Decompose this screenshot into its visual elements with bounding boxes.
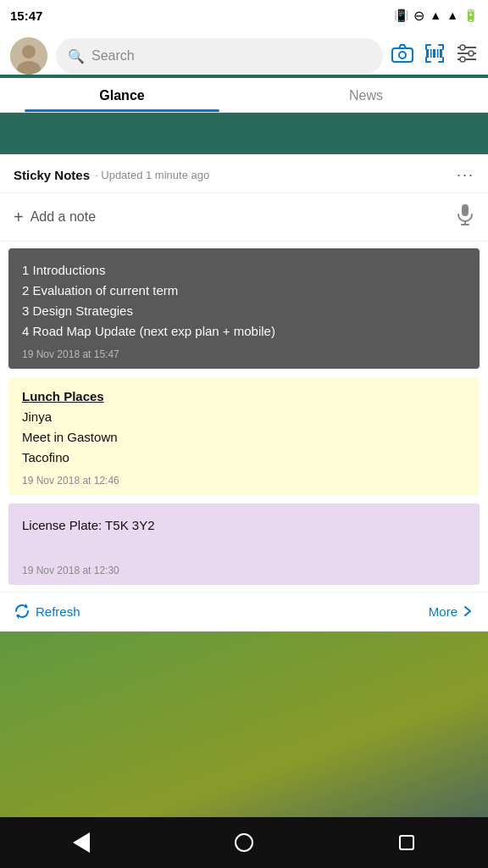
more-button[interactable]: More	[429, 604, 474, 619]
note-yellow-title: Lunch Places	[22, 389, 466, 403]
avatar[interactable]	[10, 37, 47, 75]
add-note-left: + Add a note	[14, 208, 96, 227]
search-placeholder: Search	[92, 48, 135, 64]
header-icons	[391, 42, 478, 70]
signal-icon: ▲	[446, 8, 458, 22]
refresh-icon	[14, 603, 30, 620]
vibrate-icon: 📳	[394, 8, 408, 22]
camera-icon[interactable]	[391, 44, 413, 68]
home-circle-icon	[235, 833, 253, 852]
svg-point-13	[460, 45, 465, 50]
sticky-notes-title: Sticky Notes	[14, 168, 90, 182]
status-bar: 15:47 📳 ⊖ ▲ ▲ 🔋	[0, 0, 488, 31]
barcode-scan-icon[interactable]	[424, 42, 446, 70]
note-dark-timestamp: 19 Nov 2018 at 15:47	[22, 348, 466, 360]
note-yellow-line-2: Meet in Gastown	[22, 427, 466, 448]
search-bar[interactable]: 🔍 Search	[56, 38, 383, 74]
svg-point-4	[399, 52, 406, 58]
note-yellow-timestamp: 19 Nov 2018 at 12:46	[22, 475, 466, 487]
search-icon: 🔍	[68, 48, 85, 64]
note-line-1: 1 Introductions	[22, 260, 466, 281]
svg-marker-19	[25, 604, 28, 608]
settings-icon[interactable]	[456, 43, 478, 69]
nav-bar	[0, 817, 488, 868]
note-purple[interactable]: License Plate: T5K 3Y2 19 Nov 2018 at 12…	[8, 504, 480, 585]
back-button[interactable]	[63, 824, 100, 861]
refresh-label: Refresh	[36, 604, 80, 619]
tabs: Glance News	[0, 78, 488, 113]
tab-news[interactable]: News	[244, 78, 488, 112]
chevron-right-icon	[461, 604, 474, 618]
refresh-button[interactable]: Refresh	[14, 603, 80, 620]
header: 🔍 Search	[0, 31, 488, 75]
note-purple-content: License Plate: T5K 3Y2	[22, 515, 466, 536]
add-plus-icon: +	[14, 208, 24, 227]
svg-marker-20	[16, 615, 19, 619]
home-button[interactable]	[225, 824, 263, 861]
svg-rect-8	[437, 49, 439, 58]
note-dark-content: 1 Introductions 2 Evaluation of current …	[22, 260, 466, 342]
bottom-actions: Refresh More	[0, 592, 488, 632]
svg-rect-16	[462, 204, 469, 216]
note-line-2: 2 Evaluation of current term	[22, 281, 466, 301]
svg-rect-3	[392, 48, 413, 62]
microphone-icon[interactable]	[456, 203, 474, 231]
tab-glance[interactable]: Glance	[0, 78, 244, 112]
note-purple-timestamp: 19 Nov 2018 at 12:30	[22, 565, 466, 576]
svg-point-14	[469, 51, 474, 56]
svg-rect-5	[426, 49, 429, 58]
sticky-updated: · Updated 1 minute ago	[95, 169, 209, 181]
note-yellow-line-3: Tacofino	[22, 448, 466, 468]
dnd-icon: ⊖	[413, 8, 424, 24]
note-line-3: 3 Design Strategies	[22, 301, 466, 321]
note-yellow-content: Jinya Meet in Gastown Tacofino	[22, 407, 466, 468]
note-dark[interactable]: 1 Introductions 2 Evaluation of current …	[8, 248, 480, 369]
add-note-label: Add a note	[30, 209, 96, 225]
battery-icon: 🔋	[463, 8, 478, 22]
add-note-row[interactable]: + Add a note	[0, 193, 488, 242]
more-label: More	[429, 604, 458, 619]
svg-rect-7	[433, 49, 435, 58]
notes-area: 1 Introductions 2 Evaluation of current …	[0, 242, 488, 592]
wifi-icon: ▲	[430, 8, 441, 22]
sticky-notes-card: Sticky Notes · Updated 1 minute ago ··· …	[0, 154, 488, 632]
sticky-title-row: Sticky Notes · Updated 1 minute ago	[14, 168, 209, 182]
back-arrow-icon	[73, 832, 90, 853]
note-line-4: 4 Road Map Update (next exp plan + mobil…	[22, 321, 466, 342]
sticky-notes-header: Sticky Notes · Updated 1 minute ago ···	[0, 154, 488, 193]
svg-rect-6	[430, 49, 432, 58]
svg-rect-9	[440, 49, 442, 58]
more-options-button[interactable]: ···	[457, 166, 474, 184]
note-purple-line-1: License Plate: T5K 3Y2	[22, 515, 466, 536]
note-yellow[interactable]: Lunch Places Jinya Meet in Gastown Tacof…	[8, 377, 480, 495]
recents-button[interactable]	[388, 824, 425, 861]
status-time: 15:47	[10, 8, 42, 23]
note-yellow-line-1: Jinya	[22, 407, 466, 427]
svg-point-15	[460, 57, 465, 62]
svg-point-1	[22, 45, 36, 58]
status-icons: 📳 ⊖ ▲ ▲ 🔋	[394, 8, 478, 24]
recents-square-icon	[399, 835, 414, 850]
